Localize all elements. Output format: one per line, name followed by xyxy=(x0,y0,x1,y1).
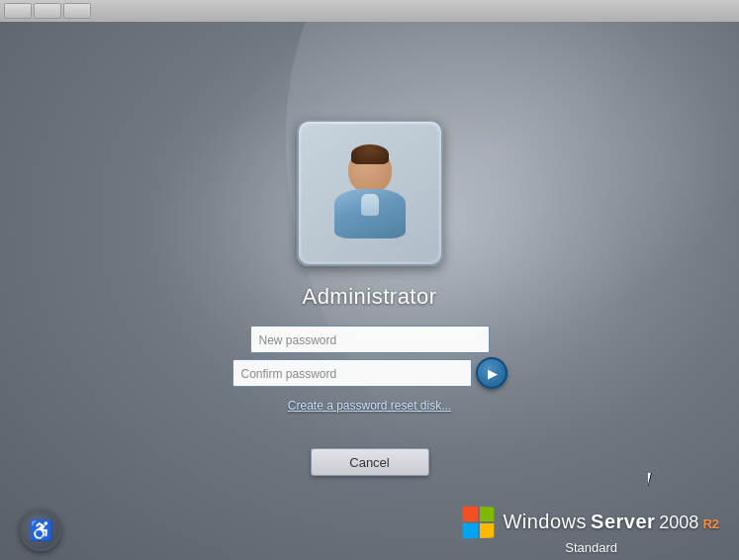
brand-year: 2008 xyxy=(659,513,698,533)
brand-text: Windows Server 2008 R2 xyxy=(503,511,719,533)
taskbar-btn-2[interactable] xyxy=(34,3,61,19)
taskbar-btn-3[interactable] xyxy=(63,3,91,19)
flag-red xyxy=(463,506,478,521)
new-password-row xyxy=(250,326,490,353)
avatar xyxy=(297,120,443,266)
submit-button[interactable] xyxy=(476,357,508,389)
brand-r2: R2 xyxy=(702,516,719,531)
username-label: Administrator xyxy=(302,284,436,310)
bottom-bar: ♿ Windows Server 2008 R2 Standard xyxy=(0,501,739,560)
flag-yellow xyxy=(480,522,494,537)
flag-blue xyxy=(463,523,478,539)
login-panel: Administrator Create a password reset di… xyxy=(232,120,508,476)
new-password-input[interactable] xyxy=(250,326,490,353)
confirm-password-input[interactable] xyxy=(232,359,472,387)
reset-disk-link[interactable]: Create a password reset disk... xyxy=(288,399,451,413)
windows-server-logo: Windows Server 2008 R2 Standard xyxy=(463,507,719,555)
brand-edition: Standard xyxy=(565,540,617,555)
cancel-button[interactable]: Cancel xyxy=(311,448,429,476)
avatar-hair xyxy=(351,144,389,164)
taskbar-top xyxy=(0,0,739,22)
avatar-body xyxy=(334,189,406,238)
brand-windows: Windows xyxy=(503,511,587,533)
ease-icon: ♿ xyxy=(29,518,53,542)
brand-server: Server xyxy=(591,511,655,533)
avatar-figure xyxy=(334,147,406,238)
windows-flag-icon xyxy=(463,506,495,538)
logo-top: Windows Server 2008 R2 xyxy=(463,507,719,538)
ease-of-access-button[interactable]: ♿ xyxy=(20,510,61,551)
confirm-password-row xyxy=(232,357,508,389)
taskbar-btn-1[interactable] xyxy=(4,3,32,19)
flag-green xyxy=(480,507,494,521)
avatar-head xyxy=(348,147,392,193)
